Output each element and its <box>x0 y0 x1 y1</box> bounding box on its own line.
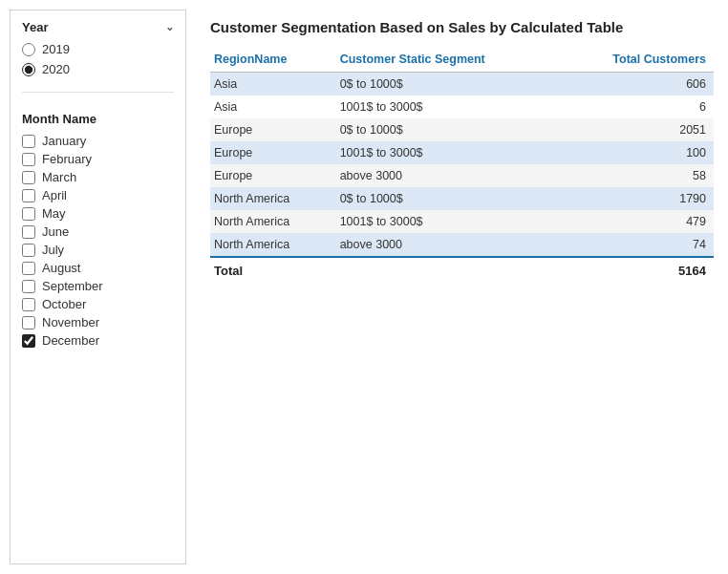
main-content: Customer Segmentation Based on Sales by … <box>205 10 718 564</box>
cell-segment: 0$ to 1000$ <box>336 118 563 141</box>
month-label-november: November <box>42 315 99 330</box>
month-checkbox-july[interactable] <box>22 244 35 257</box>
month-label-july: July <box>42 243 64 257</box>
col-header-total: Total Customers <box>563 49 714 73</box>
cell-total: 2051 <box>563 118 714 141</box>
table-header-row: RegionName Customer Static Segment Total… <box>210 49 714 73</box>
month-checkbox-group: January February March April May <box>22 134 174 348</box>
month-item-august[interactable]: August <box>22 261 174 275</box>
cell-segment: 1001$ to 3000$ <box>336 210 563 233</box>
cell-segment: 1001$ to 3000$ <box>336 141 563 164</box>
cell-total: 100 <box>563 141 714 164</box>
cell-total: 606 <box>563 73 714 96</box>
table-row: Europe 1001$ to 3000$ 100 <box>210 141 714 164</box>
month-item-october[interactable]: October <box>22 297 174 311</box>
table-row: North America 0$ to 1000$ 1790 <box>210 187 714 210</box>
month-item-january[interactable]: January <box>22 134 174 148</box>
cell-segment: 0$ to 1000$ <box>336 187 563 210</box>
year-option-2019[interactable]: 2019 <box>22 42 174 56</box>
table-row: Asia 1001$ to 3000$ 6 <box>210 96 714 118</box>
cell-total: 1790 <box>563 187 714 210</box>
month-label-january: January <box>42 134 86 148</box>
cell-total: 74 <box>563 233 714 257</box>
month-item-july[interactable]: July <box>22 243 174 257</box>
month-checkbox-october[interactable] <box>22 298 35 311</box>
month-label-october: October <box>42 297 86 311</box>
cell-region: Europe <box>210 118 336 141</box>
cell-region: Europe <box>210 141 336 164</box>
month-filter-section: Month Name January February March April <box>22 108 174 348</box>
cell-segment: above 3000 <box>336 164 563 187</box>
month-item-may[interactable]: May <box>22 206 174 221</box>
month-item-november[interactable]: November <box>22 315 174 330</box>
footer-label: Total <box>210 257 336 282</box>
table-row: Europe above 3000 58 <box>210 164 714 187</box>
month-checkbox-september[interactable] <box>22 280 35 293</box>
cell-region: North America <box>210 233 336 257</box>
cell-segment: above 3000 <box>336 233 563 257</box>
month-label-march: March <box>42 170 76 184</box>
table-row: Europe 0$ to 1000$ 2051 <box>210 118 714 141</box>
year-radio-2020[interactable] <box>22 63 35 76</box>
month-item-september[interactable]: September <box>22 279 174 293</box>
month-label-september: September <box>42 279 103 293</box>
data-table: RegionName Customer Static Segment Total… <box>210 49 714 282</box>
cell-total: 6 <box>563 96 714 118</box>
year-radio-label-2020: 2020 <box>42 62 70 76</box>
cell-region: North America <box>210 210 336 233</box>
month-item-february[interactable]: February <box>22 152 174 166</box>
month-filter-title: Month Name <box>22 112 174 126</box>
footer-empty <box>336 257 563 282</box>
month-item-june[interactable]: June <box>22 224 174 239</box>
year-label: Year <box>22 20 48 34</box>
month-label-june: June <box>42 224 69 239</box>
chart-title: Customer Segmentation Based on Sales by … <box>210 19 714 35</box>
month-item-december[interactable]: December <box>22 333 174 348</box>
cell-total: 479 <box>563 210 714 233</box>
month-checkbox-november[interactable] <box>22 316 35 330</box>
month-checkbox-december[interactable] <box>22 334 35 348</box>
cell-region: North America <box>210 187 336 210</box>
month-checkbox-august[interactable] <box>22 262 35 275</box>
month-checkbox-february[interactable] <box>22 153 35 166</box>
month-checkbox-april[interactable] <box>22 189 35 202</box>
month-label-august: August <box>42 261 80 275</box>
year-radio-group: 2019 2020 <box>22 42 174 76</box>
month-item-april[interactable]: April <box>22 188 174 202</box>
month-label-february: February <box>42 152 92 166</box>
cell-region: Asia <box>210 96 336 118</box>
col-header-segment: Customer Static Segment <box>336 49 563 73</box>
cell-region: Europe <box>210 164 336 187</box>
table-row: Asia 0$ to 1000$ 606 <box>210 73 714 96</box>
month-checkbox-march[interactable] <box>22 171 35 184</box>
year-filter-section: Year ⌄ 2019 2020 <box>22 20 174 93</box>
year-radio-label-2019: 2019 <box>42 42 70 56</box>
year-radio-2019[interactable] <box>22 43 35 56</box>
year-option-2020[interactable]: 2020 <box>22 62 174 76</box>
month-checkbox-may[interactable] <box>22 207 35 221</box>
month-item-march[interactable]: March <box>22 170 174 184</box>
month-checkbox-january[interactable] <box>22 135 35 148</box>
cell-total: 58 <box>563 164 714 187</box>
chevron-down-icon: ⌄ <box>165 21 174 33</box>
month-label-april: April <box>42 188 67 202</box>
month-label-december: December <box>42 333 99 348</box>
year-filter-title: Year ⌄ <box>22 20 174 34</box>
sidebar: Year ⌄ 2019 2020 Month Name Januar <box>10 10 186 564</box>
footer-total: 5164 <box>563 257 714 282</box>
cell-segment: 1001$ to 3000$ <box>336 96 563 118</box>
cell-segment: 0$ to 1000$ <box>336 73 563 96</box>
table-row: North America 1001$ to 3000$ 479 <box>210 210 714 233</box>
col-header-region: RegionName <box>210 49 336 73</box>
table-row: North America above 3000 74 <box>210 233 714 257</box>
month-checkbox-june[interactable] <box>22 225 35 239</box>
table-footer-row: Total 5164 <box>210 257 714 282</box>
cell-region: Asia <box>210 73 336 96</box>
month-label-may: May <box>42 206 66 221</box>
